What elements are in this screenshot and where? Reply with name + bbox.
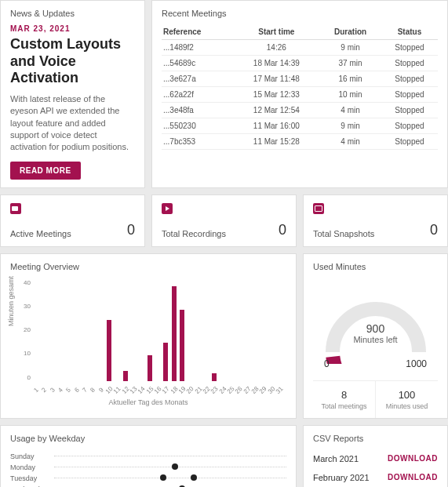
y-tick: 30	[18, 303, 31, 310]
minutes-used-label: Minutes used	[379, 402, 435, 410]
table-cell: Stopped	[381, 134, 438, 150]
total-snapshots-card: Total Snapshots 0	[303, 194, 448, 247]
weekday-row: Wednesday	[10, 484, 286, 487]
download-link[interactable]: DOWNLOAD	[388, 454, 438, 463]
gauge-max: 1000	[406, 358, 427, 369]
table-header: Duration	[319, 24, 381, 40]
recent-meetings-table: ReferenceStart timeDurationStatus ...148…	[162, 24, 438, 150]
table-row[interactable]: ...55023011 Mar 16:009 minStopped	[162, 118, 438, 134]
weekday-dot-chart: SundayMondayTuesdayWednesdayThursdayFrid…	[10, 451, 286, 487]
recent-meetings-card: Recent Meetings ReferenceStart timeDurat…	[151, 0, 448, 188]
chart-y-label: Minuten gesamt	[7, 276, 15, 326]
total-meetings-label: Total meetings	[316, 402, 372, 410]
table-cell: ...7bc353	[162, 134, 233, 150]
news-headline: Custom Layouts and Voice Activation	[10, 36, 135, 87]
meeting-overview-chart: Minuten gesamt 010203040 123456789101112…	[10, 279, 286, 405]
table-row[interactable]: ...1489f214:269 minStopped	[162, 40, 438, 56]
chart-bar	[180, 310, 184, 381]
gauge-min: 0	[324, 358, 330, 369]
table-cell: 37 min	[319, 56, 381, 71]
table-cell: 18 Mar 14:39	[233, 56, 319, 71]
y-tick: 20	[18, 326, 31, 333]
csv-report-label: February 2021	[313, 473, 370, 482]
active-meetings-card: Active Meetings 0	[0, 194, 145, 247]
csv-reports-title: CSV Reports	[313, 434, 438, 443]
table-cell: 9 min	[319, 40, 381, 56]
used-minutes-card: Used Minutes 900 Minutes left 0 1000 8 T…	[303, 253, 448, 419]
camera-icon	[10, 203, 21, 214]
meeting-overview-title: Meeting Overview	[10, 262, 286, 271]
chart-bar	[163, 343, 168, 381]
table-header: Reference	[162, 24, 233, 40]
y-tick: 10	[18, 350, 31, 357]
news-body: With latest release of the eyeson API we…	[10, 93, 135, 154]
table-cell: 10 min	[319, 87, 381, 103]
usage-dot	[191, 474, 197, 481]
total-snapshots-label: Total Snapshots	[313, 229, 374, 238]
weekday-label: Tuesday	[10, 474, 54, 482]
y-tick: 40	[18, 279, 31, 286]
table-cell: 16 min	[319, 71, 381, 87]
chart-bar	[148, 355, 152, 381]
table-header: Status	[381, 24, 438, 40]
table-header: Start time	[233, 24, 319, 40]
active-meetings-value: 0	[127, 222, 135, 238]
chart-bar	[123, 371, 128, 381]
news-date: MAR 23, 2021	[10, 24, 135, 33]
table-row[interactable]: ...3e627a17 Mar 11:4816 minStopped	[162, 71, 438, 87]
csv-report-row: March 2021DOWNLOAD	[313, 449, 438, 468]
table-row[interactable]: ...62a22f15 Mar 12:3310 minStopped	[162, 87, 438, 103]
meeting-overview-card: Meeting Overview Minuten gesamt 01020304…	[0, 253, 297, 419]
table-cell: Stopped	[381, 40, 438, 56]
csv-report-row: February 2021DOWNLOAD	[313, 468, 438, 487]
table-cell: Stopped	[381, 56, 438, 71]
table-cell: Stopped	[381, 71, 438, 87]
chart-x-label: Aktueller Tag des Monats	[10, 398, 286, 406]
read-more-button[interactable]: READ MORE	[10, 162, 81, 180]
table-cell: 14:26	[233, 40, 319, 56]
table-row[interactable]: ...3e48fa12 Mar 12:544 minStopped	[162, 103, 438, 118]
chart-bar	[172, 286, 177, 380]
usage-weekday-card: Usage by Weekday SundayMondayTuesdayWedn…	[0, 425, 297, 487]
table-cell: 12 Mar 12:54	[233, 103, 319, 118]
gauge: 900 Minutes left 0 1000	[313, 278, 438, 369]
table-cell: Stopped	[381, 103, 438, 118]
table-cell: ...3e48fa	[162, 103, 233, 118]
y-tick: 0	[18, 374, 31, 381]
x-tick: 31	[274, 384, 285, 395]
play-icon	[162, 203, 173, 214]
chart-bar	[212, 373, 217, 381]
table-cell: 4 min	[319, 134, 381, 150]
usage-dot	[160, 474, 166, 481]
table-cell: Stopped	[381, 118, 438, 134]
active-meetings-label: Active Meetings	[10, 229, 71, 238]
table-cell: ...550230	[162, 118, 233, 134]
total-recordings-card: Total Recordings 0	[151, 194, 297, 247]
chart-bar	[107, 320, 111, 381]
table-cell: 4 min	[319, 103, 381, 118]
weekday-row: Monday	[10, 462, 286, 473]
csv-report-label: March 2021	[313, 454, 359, 463]
table-cell: 11 Mar 15:28	[233, 134, 319, 150]
total-snapshots-value: 0	[430, 222, 438, 238]
weekday-label: Sunday	[10, 452, 54, 460]
download-link[interactable]: DOWNLOAD	[388, 473, 438, 482]
news-card: News & Updates MAR 23, 2021 Custom Layou…	[0, 0, 145, 188]
camera-snapshot-icon	[313, 203, 324, 214]
table-cell: ...54689c	[162, 56, 233, 71]
table-row[interactable]: ...7bc35311 Mar 15:284 minStopped	[162, 134, 438, 150]
recent-meetings-title: Recent Meetings	[162, 9, 438, 18]
minutes-used-value: 100	[379, 389, 435, 401]
news-section-title: News & Updates	[10, 9, 135, 18]
weekday-row: Tuesday	[10, 473, 286, 484]
total-recordings-value: 0	[279, 222, 286, 238]
total-recordings-label: Total Recordings	[162, 229, 226, 238]
table-cell: ...1489f2	[162, 40, 233, 56]
weekday-track	[54, 456, 286, 456]
weekday-row: Sunday	[10, 451, 286, 462]
table-row[interactable]: ...54689c18 Mar 14:3937 minStopped	[162, 56, 438, 71]
csv-reports-card: CSV Reports March 2021DOWNLOADFebruary 2…	[303, 425, 448, 487]
table-cell: 11 Mar 16:00	[233, 118, 319, 134]
table-cell: 9 min	[319, 118, 381, 134]
table-cell: ...3e627a	[162, 71, 233, 87]
